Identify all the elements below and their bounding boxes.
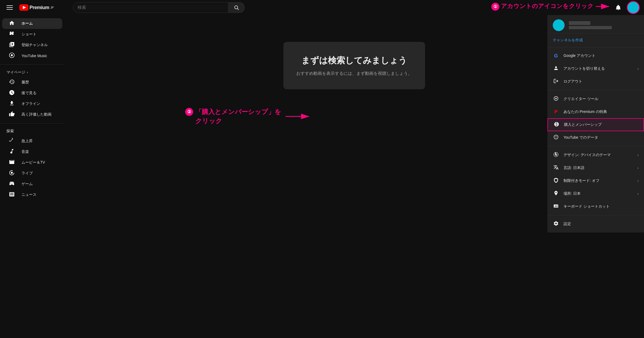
search-input-wrap	[73, 2, 228, 13]
dropdown-item-keyboard[interactable]: キーボード ショートカット	[547, 200, 644, 213]
watch-later-icon	[9, 90, 15, 97]
switch-account-label: アカウントを切り替える	[564, 66, 605, 71]
dropdown-item-language[interactable]: 言語: 日本語 ›	[547, 161, 644, 174]
logout-icon	[553, 78, 559, 85]
annotation-1-arrow	[596, 2, 612, 10]
dropdown-item-design[interactable]: デザイン: デバイスのテーマ ›	[547, 149, 644, 161]
svg-rect-1	[6, 7, 13, 8]
search-input[interactable]	[78, 5, 224, 10]
annotation-2: ② 「購入とメンバーシップ」をクリック	[185, 107, 312, 125]
sidebar-gaming-label: ゲーム	[21, 182, 33, 186]
dropdown-channel-link[interactable]: チャンネルを作成	[547, 36, 644, 45]
dropdown-item-your-premium[interactable]: P あなたの Premium の特典	[547, 105, 644, 118]
movies-icon	[9, 159, 15, 166]
sidebar-news-label: ニュース	[21, 192, 36, 197]
sidebar-liked-label: 高く評価した動画	[21, 112, 52, 117]
account-dropdown-menu: チャンネルを作成 G Google アカウント アカウントを切り替える › ログ…	[547, 15, 644, 233]
settings-icon	[553, 221, 559, 227]
notification-button[interactable]	[613, 2, 624, 13]
svg-rect-2	[6, 9, 13, 10]
sidebar-item-youtube-music[interactable]: YouTube Music	[2, 50, 62, 61]
search-prompt-card: まずは検索してみましょう おすすめ動画を表示するには、まず動画を視聴しましょう。	[283, 42, 425, 89]
dropdown-item-restricted[interactable]: 制限付きモード: オフ ›	[547, 174, 644, 187]
google-icon: G	[553, 53, 559, 59]
dropdown-username	[569, 21, 590, 25]
account-avatar-button[interactable]	[627, 1, 640, 14]
design-icon	[553, 152, 559, 159]
settings-label: 設定	[564, 222, 571, 226]
premium-logo-text: Premium	[30, 5, 49, 10]
youtube-data-icon	[553, 134, 559, 141]
sidebar-item-gaming[interactable]: ゲーム	[2, 179, 62, 189]
design-label: デザイン: デバイスのテーマ	[564, 153, 611, 157]
search-prompt-title: まずは検索してみましょう	[296, 55, 412, 67]
hamburger-button[interactable]	[4, 2, 15, 13]
header-left: PremiumJP	[4, 2, 69, 13]
sidebar-item-history[interactable]: 履歴	[2, 77, 62, 88]
sidebar-item-home[interactable]: ホーム	[2, 18, 62, 29]
sidebar-item-shorts[interactable]: ショート	[2, 29, 62, 40]
purchases-icon	[553, 122, 560, 128]
dropdown-item-logout[interactable]: ログアウト	[547, 75, 644, 88]
annotation-2-label: 「購入とメンバーシップ」をクリック	[195, 107, 281, 125]
sidebar-item-movies[interactable]: ムービー＆TV	[2, 157, 62, 168]
mypage-chevron-icon: ›	[27, 71, 28, 74]
sidebar-divider-1	[0, 64, 64, 65]
dropdown-divider-2	[547, 90, 644, 90]
dropdown-item-settings[interactable]: 設定	[547, 218, 644, 230]
sidebar-item-live[interactable]: ライブ	[2, 168, 62, 179]
creator-tools-icon	[553, 96, 559, 102]
gaming-icon	[9, 181, 15, 188]
location-icon	[553, 190, 559, 197]
sidebar-home-label: ホーム	[21, 21, 33, 26]
annotation-2-text: ② 「購入とメンバーシップ」をクリック	[185, 107, 281, 125]
dropdown-divider-4	[547, 215, 644, 215]
sidebar-youtube-music-label: YouTube Music	[21, 54, 47, 58]
search-button[interactable]	[228, 2, 245, 13]
dropdown-divider-1	[547, 47, 644, 47]
sidebar-item-offline[interactable]: オフライン	[2, 98, 62, 109]
restricted-label: 制限付きモード: オフ	[564, 178, 599, 183]
svg-point-14	[555, 98, 557, 99]
liked-icon	[9, 111, 15, 118]
dropdown-item-location[interactable]: 場所: 日本 ›	[547, 187, 644, 200]
dropdown-item-purchases[interactable]: 購入とメンバーシップ	[547, 118, 644, 131]
logo-area[interactable]: PremiumJP	[19, 4, 54, 11]
sidebar-item-liked[interactable]: 高く評価した動画	[2, 109, 62, 120]
design-chevron-icon: ›	[637, 153, 639, 157]
sidebar-offline-label: オフライン	[21, 101, 40, 106]
switch-account-icon	[553, 65, 559, 72]
home-icon	[9, 20, 15, 27]
sidebar-subscriptions-label: 登録チャンネル	[21, 43, 48, 47]
restricted-chevron-icon: ›	[637, 179, 639, 183]
shorts-icon	[9, 31, 15, 38]
annotation-2-arrow-icon	[286, 111, 312, 122]
sidebar-live-label: ライブ	[21, 171, 33, 176]
sidebar-item-watch-later[interactable]: 後で見る	[2, 88, 62, 98]
music-icon	[9, 148, 15, 156]
live-icon	[9, 170, 15, 177]
dropdown-item-google-account[interactable]: G Google アカウント	[547, 49, 644, 62]
youtube-data-label: YouTube でのデータ	[564, 135, 598, 140]
dropdown-item-switch-account[interactable]: アカウントを切り替える ›	[547, 62, 644, 75]
sidebar-watch-later-label: 後で見る	[21, 91, 36, 95]
sidebar-item-trending[interactable]: 急上昇	[2, 136, 62, 146]
sidebar-history-label: 履歴	[21, 80, 29, 85]
svg-line-6	[237, 9, 239, 10]
dropdown-avatar	[553, 19, 565, 31]
language-label: 言語: 日本語	[564, 166, 584, 170]
dropdown-item-youtube-data[interactable]: YouTube でのデータ	[547, 131, 644, 144]
sidebar-shorts-label: ショート	[21, 32, 36, 37]
header-right: ①アカウントのアイコンをクリック	[613, 1, 640, 14]
sidebar-mypage-section[interactable]: マイページ ›	[0, 68, 64, 77]
sidebar-item-subscriptions[interactable]: 登録チャンネル	[2, 40, 62, 50]
annotation-1: ①アカウントのアイコンをクリック	[491, 2, 612, 11]
sidebar-item-music[interactable]: 音楽	[2, 146, 62, 157]
premium-icon: P	[553, 109, 559, 115]
purchases-label: 購入とメンバーシップ	[564, 122, 602, 127]
dropdown-item-creator-tools[interactable]: クリエイター ツール	[547, 93, 644, 105]
history-icon	[9, 79, 15, 86]
svg-point-10	[11, 54, 13, 56]
sidebar-item-news[interactable]: ニュース	[2, 189, 62, 200]
sidebar-explore-section: 探索	[0, 127, 64, 136]
